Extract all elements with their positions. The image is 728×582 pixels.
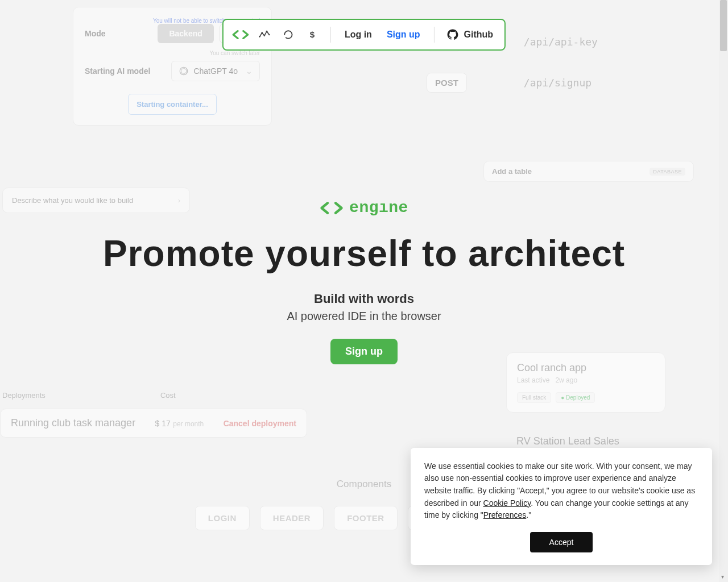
cancel-deployment-button[interactable]: Cancel deployment — [224, 419, 296, 428]
accept-cookies-button[interactable]: Accept — [530, 532, 593, 552]
starting-container-button[interactable]: Starting containter... — [128, 94, 217, 115]
brand-logo: engıne — [0, 199, 728, 217]
app-card[interactable]: Cool ranch app Last active 2w ago Full s… — [506, 352, 665, 413]
deployments-header: Deployments — [2, 391, 46, 400]
logo-icon[interactable] — [231, 26, 250, 44]
hero-signup-button[interactable]: Sign up — [330, 339, 398, 364]
ai-model-select[interactable]: ChatGPT 4o ⌄ — [171, 61, 260, 81]
deployments-section: Deployments Cost Running club task manag… — [0, 391, 307, 438]
github-label: Github — [464, 30, 494, 40]
nav-divider — [330, 27, 331, 43]
dollar-icon[interactable]: $ — [303, 26, 321, 44]
app-card[interactable]: RV Station Lead Sales — [506, 426, 665, 450]
http-method-badge: POST — [427, 73, 467, 93]
cookie-policy-link[interactable]: Cookie Policy — [483, 498, 531, 508]
deployment-period: per month — [173, 420, 204, 428]
component-chip-footer[interactable]: FOOTER — [334, 506, 398, 530]
app-name: Cool ranch app — [517, 362, 655, 374]
backend-mode-button[interactable]: Backend — [158, 24, 213, 43]
ai-model-value: ChatGPT 4o — [193, 66, 238, 76]
fullstack-chip: Full stack — [517, 392, 551, 403]
brand-name: engıne — [349, 199, 408, 217]
openai-icon — [179, 66, 189, 76]
chevron-down-icon: ⌄ — [246, 66, 253, 76]
deployment-name: Running club task manager — [11, 417, 135, 429]
refresh-icon[interactable] — [279, 26, 297, 44]
ai-model-label: Starting AI model — [85, 66, 150, 76]
database-badge: DATABASE — [650, 168, 685, 176]
hero-subtitle-1: Build with words — [0, 292, 728, 306]
svg-text:$: $ — [310, 30, 315, 39]
activity-icon[interactable] — [255, 26, 274, 44]
app-name: RV Station Lead Sales — [516, 435, 655, 447]
component-chip-login[interactable]: LOGIN — [195, 506, 250, 530]
hero-section: engıne Promote yourself to architect Bui… — [0, 199, 728, 364]
endpoint-path: /api/api-key — [524, 36, 598, 48]
mode-label: Mode — [85, 29, 106, 38]
cookie-text: We use essential cookies to make our sit… — [424, 460, 698, 522]
cookie-banner: We use essential cookies to make our sit… — [411, 448, 712, 565]
hero-subtitle-2: AI powered IDE in the browser — [0, 310, 728, 323]
svg-point-3 — [266, 31, 268, 32]
hero-headline: Promote yourself to architect — [0, 232, 728, 275]
svg-point-4 — [268, 34, 270, 36]
login-link[interactable]: Log in — [340, 26, 377, 43]
scrollbar-down-arrow[interactable]: ▾ — [721, 573, 724, 580]
logo-mark-icon — [320, 200, 344, 216]
cost-header: Cost — [160, 391, 176, 400]
deployed-chip: ● Deployed — [556, 392, 595, 403]
app-meta: Last active 2w ago — [517, 376, 655, 384]
add-table-card[interactable]: Add a table DATABASE — [483, 161, 694, 182]
top-nav: $ Log in Sign up Github — [222, 19, 506, 51]
github-icon — [447, 29, 458, 40]
scrollbar-thumb[interactable] — [720, 0, 727, 51]
svg-point-1 — [261, 32, 263, 34]
switch-later-text: You can switch later — [85, 50, 260, 56]
nav-divider — [434, 27, 435, 43]
deployment-card[interactable]: Running club task manager $ 17 per month… — [0, 409, 307, 438]
api-endpoint-row: POST /api/signup — [427, 73, 592, 93]
svg-point-0 — [259, 36, 260, 38]
deployment-cost: $ 17 — [155, 419, 171, 428]
preferences-link[interactable]: Preferences — [483, 510, 526, 519]
add-table-label: Add a table — [492, 167, 532, 176]
github-link[interactable]: Github — [444, 29, 497, 40]
signup-link[interactable]: Sign up — [382, 26, 425, 43]
svg-point-2 — [264, 35, 266, 36]
component-chip-header[interactable]: HEADER — [260, 506, 324, 530]
endpoint-path: /api/signup — [524, 77, 592, 89]
